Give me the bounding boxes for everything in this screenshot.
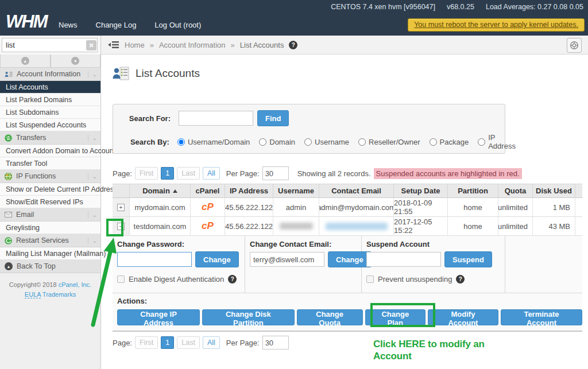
sidebar-item-list-parked-domains[interactable]: List Parked Domains [0,94,100,106]
whm-logo[interactable]: WHM [6,11,47,32]
chevron-down-icon[interactable]: ⌄ [88,238,97,244]
quota-cell: unlimited [498,217,533,236]
cpanel-inc-link[interactable]: cPanel, Inc. [59,281,91,288]
scroll-up-button[interactable]: ▲ [0,55,51,68]
prevent-unsuspend-help-icon[interactable]: ? [456,275,465,283]
nav-news[interactable]: News [59,21,78,29]
email-link[interactable]: admin@mydomain.com [319,198,394,217]
sidebar-group-account-information[interactable]: Account Information ⌄ [0,68,100,81]
trademarks-link[interactable]: Trademarks [42,291,76,298]
all-pages-button[interactable]: All [203,167,220,180]
chevron-down-icon[interactable]: ⌄ [88,71,97,77]
eula-link[interactable]: EULA [25,291,41,298]
change-disk-partition-button[interactable]: Change Disk Partition [202,309,294,325]
prevent-unsuspend-checkbox[interactable] [366,275,374,283]
domain-link[interactable]: testdomain.com [130,217,191,236]
per-page-label: Per Page: [226,339,260,347]
change-email-label: Change Contact Email: [250,240,361,248]
terminate-account-button[interactable]: Terminate Account [501,309,582,325]
nav-change-log[interactable]: Change Log [96,21,137,29]
last-page-button[interactable]: Last [177,336,200,349]
per-page-input[interactable] [262,166,289,180]
sidebar-item-list-accounts[interactable]: List Accounts [0,81,100,94]
scroll-down-button[interactable]: ▼ [51,55,101,68]
breadcrumb-home[interactable]: Home [125,41,145,49]
password-input[interactable] [117,252,192,267]
reboot-alert-button[interactable]: You must reboot the server to apply kern… [408,18,585,32]
breadcrumb-help-icon[interactable]: ? [289,41,297,49]
radio-domain[interactable]: Domain [259,138,295,146]
current-page-button[interactable]: 1 [161,336,174,349]
radio-input[interactable] [177,138,185,146]
radio-package[interactable]: Package [430,138,469,146]
nav-log-out[interactable]: Log Out (root) [154,21,201,29]
all-pages-button[interactable]: All [203,336,220,349]
sidebar-item-transfer-tool[interactable]: Transfer Tool [0,157,100,170]
sidebar-group-label: IP Functions [16,172,88,180]
clear-search-icon[interactable]: ✕ [86,40,96,51]
ip-link[interactable]: 45.56.222.122 [225,198,273,217]
radio-reseller-owner[interactable]: Reseller/Owner [358,138,420,146]
change-plan-button[interactable]: Change Plan [365,309,425,325]
digest-auth-checkbox[interactable] [117,275,125,283]
col-domain[interactable]: Domain [130,184,191,198]
col-disk-used[interactable]: Disk Used [533,184,575,198]
modify-account-button[interactable]: Modify Account [428,309,498,325]
suspend-reason-input[interactable] [366,252,441,267]
sidebar-group-restart-services[interactable]: Restart Services ⌄ [0,234,100,247]
change-ip-address-button[interactable]: Change IP Address [117,309,200,325]
last-page-button[interactable]: Last [177,167,200,180]
first-page-button[interactable]: First [135,336,158,349]
chevron-down-icon[interactable]: ⌄ [88,135,97,141]
per-page-input[interactable] [262,336,289,349]
breadcrumb-account-information[interactable]: Account Information [159,41,226,49]
sidebar-item-show-edit-reserved-ips[interactable]: Show/Edit Reserved IPs [0,196,100,208]
find-button[interactable]: Find [257,110,289,126]
change-password-button[interactable]: Change [195,251,239,267]
sidebar-group-label: Email [16,211,88,219]
col-quota[interactable]: Quota [498,184,533,198]
sidebar-back-to-top[interactable]: ▲ Back To Top [0,260,100,273]
sidebar-item-show-delete-ip-addresses[interactable]: Show or Delete Current IP Addresses [0,183,100,196]
first-page-button[interactable]: First [135,167,158,180]
digest-help-icon[interactable]: ? [228,275,237,283]
radio-input[interactable] [304,138,312,146]
current-page-button[interactable]: 1 [161,167,174,180]
radio-ip-address[interactable]: IP Address [478,133,517,150]
sidebar-item-list-subdomains[interactable]: List Subdomains [0,106,100,119]
sidebar-item-list-suspended-accounts[interactable]: List Suspended Accounts [0,119,100,131]
radio-input[interactable] [478,138,485,146]
search-for-input[interactable] [179,111,253,126]
expand-icon[interactable]: + [117,204,125,211]
col-ip-address[interactable]: IP Address [225,184,273,198]
change-quota-button[interactable]: Change Quota [297,309,363,325]
radio-username-domain[interactable]: Username/Domain [177,138,250,146]
suspend-button[interactable]: Suspend [444,251,492,267]
radio-input[interactable] [259,138,266,146]
sidebar-search-input[interactable] [2,38,98,52]
col-username[interactable]: Username [273,184,319,198]
radio-input[interactable] [430,138,437,146]
sidebar-group-transfers[interactable]: Transfers ⌄ [0,131,100,145]
collapse-icon[interactable]: − [117,223,125,230]
support-button[interactable] [567,38,582,53]
col-setup-date[interactable]: Setup Date [394,184,448,198]
cpanel-logo[interactable]: cP [202,220,214,232]
contact-email-input[interactable] [250,252,324,267]
col-cpanel[interactable]: cPanel [191,184,225,198]
col-contact-email[interactable]: Contact Email [319,184,394,198]
domain-link[interactable]: mydomain.com [130,198,191,217]
sidebar-item-convert-addon-domain[interactable]: Convert Addon Domain to Account [0,145,100,157]
sidebar-group-ip-functions[interactable]: IP Functions ⌄ [0,170,100,183]
chevron-down-icon[interactable]: ⌄ [88,173,97,180]
radio-input[interactable] [358,138,366,146]
sidebar-item-greylisting[interactable]: Greylisting [0,222,100,234]
cpanel-logo[interactable]: cP [202,201,214,213]
radio-username[interactable]: Username [304,138,349,146]
sidebar-item-mailing-list-manager[interactable]: Mailing List Manager (Mailman) [0,247,100,260]
collapse-sidebar-icon[interactable] [108,41,119,49]
chevron-down-icon[interactable]: ⌄ [88,212,97,218]
ip-link[interactable]: 45.56.222.122 [225,217,273,236]
col-partition[interactable]: Partition [448,184,498,198]
sidebar-group-email[interactable]: Email ⌄ [0,208,100,222]
